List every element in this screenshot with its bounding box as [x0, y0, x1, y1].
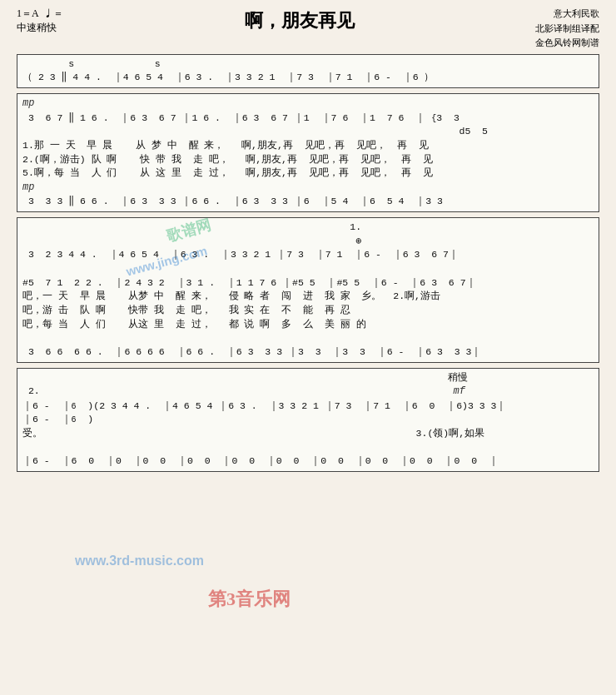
- header-left: 1＝A ♩＝ 中速稍快: [17, 7, 63, 35]
- section3-notation: 稍慢 2. mf ｜6 - ｜6 )(2 3 4 4 . ｜4 6 5 4 ｜6…: [22, 371, 594, 469]
- section2: 1. ⊕ 3 2 3 4 4 . ｜4 6 5 4 ｜6 3 . ｜3 3 2 …: [17, 217, 599, 363]
- section3: 稍慢 2. mf ｜6 - ｜6 )(2 3 4 4 . ｜4 6 5 4 ｜6…: [17, 368, 599, 472]
- section1: mp 3 6 7 ‖ 1 6 . ｜6 3 6 7 ｜1 6 . ｜6 3 6 …: [17, 93, 599, 212]
- watermark-3rd-music: www.3rd-music.com: [75, 554, 204, 568]
- section1-notation: mp 3 6 7 ‖ 1 6 . ｜6 3 6 7 ｜1 6 . ｜6 3 6 …: [22, 97, 594, 181]
- key-signature: 1＝A ♩＝: [17, 7, 63, 21]
- intro-section: s s （ 2 3 ‖ 4 4 . ｜4 6 5 4 ｜6 3 . ｜3 3 2…: [17, 54, 599, 88]
- header: 1＝A ♩＝ 中速稍快 啊，朋友再见 意大利民歌 北影译制组译配 金色风铃网制谱: [17, 7, 599, 51]
- song-title: 啊，朋友再见: [63, 7, 535, 33]
- source-line3: 金色风铃网制谱: [535, 36, 599, 51]
- section1-notation2: mp 3 3 3 ‖ 6 6 . ｜6 3 3 3 ｜6 6 . ｜6 3 3 …: [22, 181, 594, 209]
- source-line1: 意大利民歌: [535, 7, 599, 22]
- tempo-marking: 中速稍快: [17, 21, 63, 35]
- section2-notation: 1. ⊕ 3 2 3 4 4 . ｜4 6 5 4 ｜6 3 . ｜3 3 2 …: [22, 221, 594, 360]
- page: 1＝A ♩＝ 中速稍快 啊，朋友再见 意大利民歌 北影译制组译配 金色风铃网制谱…: [0, 0, 616, 695]
- source-line2: 北影译制组译配: [535, 22, 599, 37]
- header-right: 意大利民歌 北影译制组译配 金色风铃网制谱: [535, 7, 599, 51]
- intro-notation: s s （ 2 3 ‖ 4 4 . ｜4 6 5 4 ｜6 3 . ｜3 3 2…: [22, 57, 594, 85]
- watermark-3rd-music-cn: 第3音乐网: [208, 587, 291, 612]
